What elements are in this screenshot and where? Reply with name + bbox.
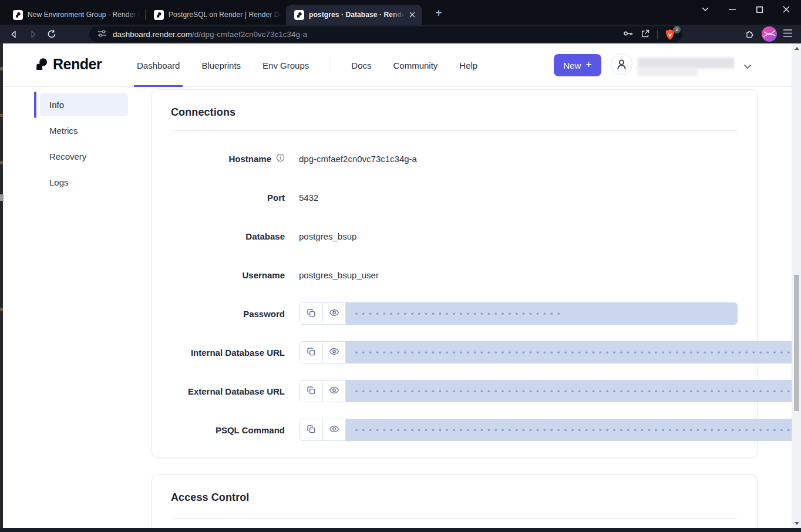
nav-blueprints[interactable]: Blueprints xyxy=(201,43,241,87)
render-logo[interactable]: Render xyxy=(34,56,102,73)
share-icon[interactable] xyxy=(641,29,650,41)
field-label: Internal Database URL xyxy=(191,348,285,358)
masked-field-actions xyxy=(299,380,346,402)
close-window-button[interactable] xyxy=(773,0,800,19)
url-path: /d/dpg-cmfaef2cn0vc73c1c34g-a xyxy=(192,30,307,39)
brand-name: Render xyxy=(53,56,102,73)
sidebar-item-label: Metrics xyxy=(49,126,78,136)
tab-title: PostgreSQL on Render | Render Docs xyxy=(169,11,281,19)
copy-button[interactable] xyxy=(299,342,322,363)
field-value: dpg-cmfaef2cn0vc73c1c34g-a xyxy=(299,154,738,164)
connections-title: Connections xyxy=(171,106,757,119)
copy-icon xyxy=(307,425,316,436)
tab-strip: New Environment Group · Render Das Postg… xyxy=(5,5,422,25)
reveal-button[interactable] xyxy=(322,303,345,324)
copy-button[interactable] xyxy=(299,419,322,440)
active-item-accent-bar xyxy=(34,92,36,118)
nav-dashboard[interactable]: Dashboard xyxy=(137,43,180,87)
masked-dots: ••••••••••••••••••••••••••••••••••••••••… xyxy=(354,388,801,395)
background-window-edge xyxy=(0,43,3,532)
app-header: Render Dashboard Blueprints Env Groups D… xyxy=(0,43,801,87)
sidebar-item-label: Logs xyxy=(49,177,69,187)
browser-menu-icon[interactable] xyxy=(783,29,793,40)
eye-icon xyxy=(329,308,339,319)
reveal-button[interactable] xyxy=(322,419,345,440)
connection-row: Database postgres_bsup xyxy=(171,217,738,255)
maximize-button[interactable] xyxy=(746,0,773,19)
person-icon xyxy=(616,59,627,70)
user-name-redacted xyxy=(638,58,734,76)
connection-row-masked: Internal Database URL ••••••••••••••••••… xyxy=(171,333,738,372)
sidebar-item-metrics[interactable]: Metrics xyxy=(40,119,128,142)
app-nav: Dashboard Blueprints Env Groups Docs Com… xyxy=(137,43,499,87)
window-controls xyxy=(692,0,800,19)
browser-window: New Environment Group · Render Das Postg… xyxy=(0,0,801,532)
tab-title: postgres · Database · Render Da xyxy=(309,11,405,19)
reveal-button[interactable] xyxy=(322,381,345,402)
nav-env-groups[interactable]: Env Groups xyxy=(262,43,309,87)
masked-value-field[interactable]: ••••••••••••••••••••••••••••••••••••••••… xyxy=(346,419,801,441)
scroll-down-arrow-icon[interactable] xyxy=(795,522,799,525)
eye-icon xyxy=(329,425,339,435)
browser-profile-avatar[interactable] xyxy=(762,26,777,42)
page-scrollbar[interactable] xyxy=(792,43,801,532)
minimize-button[interactable] xyxy=(719,0,746,19)
section-divider xyxy=(171,130,738,131)
connections-card: Connections Hostname dpg-cmfaef2cn0vc73c… xyxy=(152,89,758,458)
copy-icon xyxy=(307,347,316,358)
tab-close-icon[interactable] xyxy=(407,9,418,20)
connection-row: Username postgres_bsup_user xyxy=(171,255,738,294)
masked-value-field[interactable]: ••••••••••••••••••••••••••••••••••••••••… xyxy=(346,380,801,402)
field-label: Hostname xyxy=(228,154,271,164)
render-logo-icon xyxy=(34,57,49,72)
shield-badge: 2 xyxy=(673,26,681,33)
password-key-icon[interactable] xyxy=(623,29,634,40)
scrollbar-thumb[interactable] xyxy=(794,275,799,411)
field-label: Password xyxy=(243,309,285,319)
render-favicon-icon xyxy=(294,10,304,20)
edge-artifact xyxy=(0,114,3,117)
copy-button[interactable] xyxy=(299,381,322,402)
back-button[interactable] xyxy=(8,29,19,39)
browser-tab-env-group[interactable]: New Environment Group · Render Das xyxy=(5,5,145,25)
masked-dots: ••••••••••••••••••••••••••••••••••••••••… xyxy=(354,349,801,356)
user-avatar[interactable] xyxy=(611,53,632,75)
nav-community[interactable]: Community xyxy=(393,43,438,87)
nav-docs[interactable]: Docs xyxy=(351,43,371,87)
scroll-up-arrow-icon[interactable] xyxy=(795,47,799,50)
tab-title: New Environment Group · Render Das xyxy=(28,11,140,19)
masked-value-field[interactable]: ••••••••••••••••••••••••••••••••••••••••… xyxy=(346,341,801,363)
window-bottom-edge xyxy=(0,528,801,532)
browser-tab-docs[interactable]: PostgreSQL on Render | Render Docs xyxy=(146,5,286,25)
url-text[interactable]: dashboard.render.com/d/dpg-cmfaef2cn0vc7… xyxy=(113,30,307,39)
field-label: Database xyxy=(245,231,285,241)
field-value: postgres_bsup xyxy=(299,231,738,241)
masked-dots: •••••••••••••••••••••••••••••• xyxy=(354,310,563,318)
render-dashboard-page: Render Dashboard Blueprints Env Groups D… xyxy=(0,43,801,532)
browser-tab-active-postgres[interactable]: postgres · Database · Render Da xyxy=(286,5,422,25)
info-icon[interactable] xyxy=(276,153,285,164)
brave-shield-icon[interactable]: 2 xyxy=(665,29,677,41)
site-settings-icon[interactable] xyxy=(97,29,107,40)
extensions-puzzle-icon[interactable] xyxy=(745,29,755,41)
account-chevron-icon[interactable] xyxy=(743,61,752,72)
field-label: PSQL Command xyxy=(216,425,285,435)
sidebar-item-logs[interactable]: Logs xyxy=(40,170,128,194)
new-tab-button[interactable]: + xyxy=(432,6,446,20)
copy-button[interactable] xyxy=(299,303,322,324)
sidebar-item-recovery[interactable]: Recovery xyxy=(40,144,128,168)
section-divider xyxy=(171,518,738,519)
masked-value-field[interactable]: •••••••••••••••••••••••••••••• xyxy=(346,302,738,325)
forward-button[interactable] xyxy=(28,29,38,39)
plus-icon: + xyxy=(585,59,592,71)
new-button[interactable]: New + xyxy=(554,54,601,76)
reload-button[interactable] xyxy=(46,29,57,39)
sidebar-item-label: Info xyxy=(49,100,64,110)
nav-help[interactable]: Help xyxy=(459,43,477,87)
reveal-button[interactable] xyxy=(322,342,345,363)
field-value: 5432 xyxy=(299,193,738,203)
sidebar-item-info[interactable]: Info xyxy=(40,93,128,116)
field-value: postgres_bsup_user xyxy=(299,270,738,280)
tab-search-chevron-icon[interactable] xyxy=(692,0,719,19)
address-bar[interactable]: dashboard.render.com/d/dpg-cmfaef2cn0vc7… xyxy=(89,26,682,42)
